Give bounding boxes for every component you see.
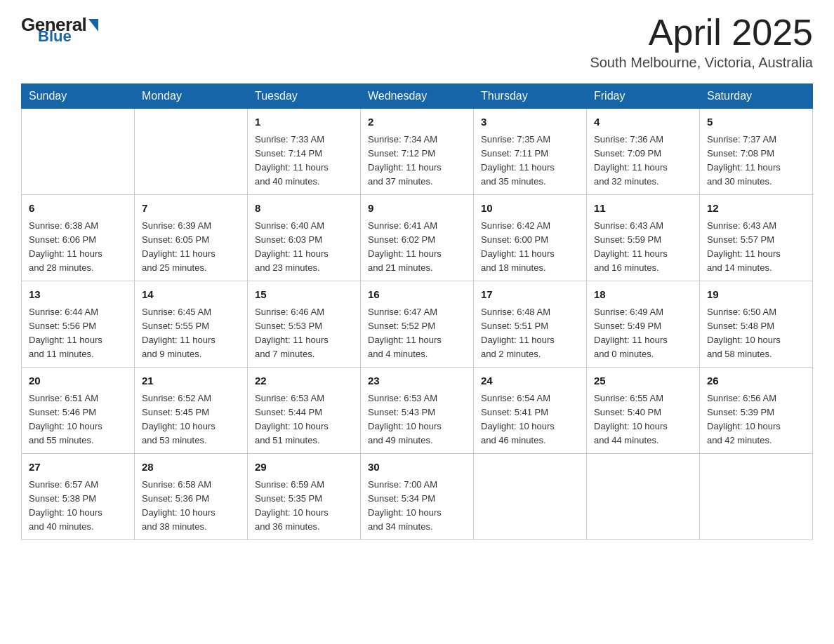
day-info: Sunrise: 6:52 AM Sunset: 5:45 PM Dayligh…: [142, 391, 240, 448]
day-number: 4: [594, 114, 692, 130]
day-number: 9: [368, 201, 466, 217]
calendar-cell: [700, 454, 813, 540]
calendar-header-row: SundayMondayTuesdayWednesdayThursdayFrid…: [22, 84, 813, 109]
day-number: 13: [29, 287, 127, 303]
day-info: Sunrise: 6:53 AM Sunset: 5:44 PM Dayligh…: [255, 391, 353, 448]
calendar-table: SundayMondayTuesdayWednesdayThursdayFrid…: [21, 83, 813, 540]
calendar-cell: 1Sunrise: 7:33 AM Sunset: 7:14 PM Daylig…: [248, 109, 361, 195]
calendar-header-tuesday: Tuesday: [248, 84, 361, 109]
calendar-cell: [474, 454, 587, 540]
day-info: Sunrise: 7:33 AM Sunset: 7:14 PM Dayligh…: [255, 133, 353, 189]
day-number: 16: [368, 287, 466, 303]
calendar-cell: 25Sunrise: 6:55 AM Sunset: 5:40 PM Dayli…: [587, 368, 700, 454]
day-info: Sunrise: 6:54 AM Sunset: 5:41 PM Dayligh…: [481, 391, 579, 448]
calendar-cell: 4Sunrise: 7:36 AM Sunset: 7:09 PM Daylig…: [587, 109, 700, 195]
calendar-cell: 3Sunrise: 7:35 AM Sunset: 7:11 PM Daylig…: [474, 109, 587, 195]
calendar-cell: 17Sunrise: 6:48 AM Sunset: 5:51 PM Dayli…: [474, 281, 587, 368]
calendar-cell: 23Sunrise: 6:53 AM Sunset: 5:43 PM Dayli…: [361, 368, 474, 454]
calendar-week-row: 13Sunrise: 6:44 AM Sunset: 5:56 PM Dayli…: [22, 281, 813, 368]
day-number: 18: [594, 287, 692, 303]
calendar-cell: 16Sunrise: 6:47 AM Sunset: 5:52 PM Dayli…: [361, 281, 474, 368]
day-number: 3: [481, 114, 579, 130]
calendar-cell: 6Sunrise: 6:38 AM Sunset: 6:06 PM Daylig…: [22, 195, 135, 281]
day-info: Sunrise: 6:57 AM Sunset: 5:38 PM Dayligh…: [29, 478, 127, 535]
day-number: 29: [255, 459, 353, 476]
calendar-cell: 24Sunrise: 6:54 AM Sunset: 5:41 PM Dayli…: [474, 368, 587, 454]
calendar-cell: 13Sunrise: 6:44 AM Sunset: 5:56 PM Dayli…: [22, 281, 135, 368]
location-text: South Melbourne, Victoria, Australia: [590, 55, 813, 71]
calendar-cell: 12Sunrise: 6:43 AM Sunset: 5:57 PM Dayli…: [700, 195, 813, 281]
day-info: Sunrise: 6:47 AM Sunset: 5:52 PM Dayligh…: [368, 305, 466, 362]
day-number: 5: [707, 114, 805, 130]
day-info: Sunrise: 6:58 AM Sunset: 5:36 PM Dayligh…: [142, 478, 240, 535]
calendar-header-friday: Friday: [587, 84, 700, 109]
calendar-cell: 7Sunrise: 6:39 AM Sunset: 6:05 PM Daylig…: [135, 195, 248, 281]
calendar-cell: 8Sunrise: 6:40 AM Sunset: 6:03 PM Daylig…: [248, 195, 361, 281]
calendar-cell: 9Sunrise: 6:41 AM Sunset: 6:02 PM Daylig…: [361, 195, 474, 281]
calendar-cell: 30Sunrise: 7:00 AM Sunset: 5:34 PM Dayli…: [361, 454, 474, 540]
calendar-cell: 5Sunrise: 7:37 AM Sunset: 7:08 PM Daylig…: [700, 109, 813, 195]
calendar-cell: 26Sunrise: 6:56 AM Sunset: 5:39 PM Dayli…: [700, 368, 813, 454]
calendar-cell: 28Sunrise: 6:58 AM Sunset: 5:36 PM Dayli…: [135, 454, 248, 540]
calendar-header-saturday: Saturday: [700, 84, 813, 109]
day-info: Sunrise: 6:43 AM Sunset: 5:57 PM Dayligh…: [707, 219, 805, 276]
day-number: 26: [707, 373, 805, 389]
day-info: Sunrise: 6:41 AM Sunset: 6:02 PM Dayligh…: [368, 219, 466, 276]
day-info: Sunrise: 7:34 AM Sunset: 7:12 PM Dayligh…: [368, 133, 466, 189]
day-info: Sunrise: 6:48 AM Sunset: 5:51 PM Dayligh…: [481, 305, 579, 362]
day-info: Sunrise: 6:44 AM Sunset: 5:56 PM Dayligh…: [29, 305, 127, 362]
calendar-cell: 18Sunrise: 6:49 AM Sunset: 5:49 PM Dayli…: [587, 281, 700, 368]
calendar-header-thursday: Thursday: [474, 84, 587, 109]
calendar-week-row: 1Sunrise: 7:33 AM Sunset: 7:14 PM Daylig…: [22, 109, 813, 195]
day-number: 11: [594, 201, 692, 217]
calendar-cell: 14Sunrise: 6:45 AM Sunset: 5:55 PM Dayli…: [135, 281, 248, 368]
day-info: Sunrise: 6:43 AM Sunset: 5:59 PM Dayligh…: [594, 219, 692, 276]
day-number: 20: [29, 373, 127, 389]
day-info: Sunrise: 6:49 AM Sunset: 5:49 PM Dayligh…: [594, 305, 692, 362]
calendar-header-monday: Monday: [135, 84, 248, 109]
page-header: General Blue April 2025 South Melbourne,…: [21, 14, 813, 71]
calendar-week-row: 27Sunrise: 6:57 AM Sunset: 5:38 PM Dayli…: [22, 454, 813, 540]
calendar-cell: 15Sunrise: 6:46 AM Sunset: 5:53 PM Dayli…: [248, 281, 361, 368]
day-info: Sunrise: 6:51 AM Sunset: 5:46 PM Dayligh…: [29, 391, 127, 448]
day-info: Sunrise: 7:36 AM Sunset: 7:09 PM Dayligh…: [594, 133, 692, 189]
day-info: Sunrise: 6:45 AM Sunset: 5:55 PM Dayligh…: [142, 305, 240, 362]
day-info: Sunrise: 6:42 AM Sunset: 6:00 PM Dayligh…: [481, 219, 579, 276]
day-number: 24: [481, 373, 579, 389]
logo-arrow-icon: [88, 19, 98, 32]
day-info: Sunrise: 6:46 AM Sunset: 5:53 PM Dayligh…: [255, 305, 353, 362]
logo: General Blue: [21, 14, 98, 46]
day-number: 12: [707, 201, 805, 217]
calendar-cell: 19Sunrise: 6:50 AM Sunset: 5:48 PM Dayli…: [700, 281, 813, 368]
day-number: 8: [255, 201, 353, 217]
calendar-cell: 22Sunrise: 6:53 AM Sunset: 5:44 PM Dayli…: [248, 368, 361, 454]
calendar-week-row: 6Sunrise: 6:38 AM Sunset: 6:06 PM Daylig…: [22, 195, 813, 281]
day-number: 14: [142, 287, 240, 303]
day-number: 19: [707, 287, 805, 303]
day-number: 2: [368, 114, 466, 130]
day-number: 7: [142, 201, 240, 217]
day-number: 6: [29, 201, 127, 217]
day-number: 1: [255, 114, 353, 130]
calendar-cell: 2Sunrise: 7:34 AM Sunset: 7:12 PM Daylig…: [361, 109, 474, 195]
day-info: Sunrise: 6:53 AM Sunset: 5:43 PM Dayligh…: [368, 391, 466, 448]
calendar-header-sunday: Sunday: [22, 84, 135, 109]
day-info: Sunrise: 6:38 AM Sunset: 6:06 PM Dayligh…: [29, 219, 127, 276]
day-info: Sunrise: 6:50 AM Sunset: 5:48 PM Dayligh…: [707, 305, 805, 362]
calendar-header-wednesday: Wednesday: [361, 84, 474, 109]
calendar-cell: 29Sunrise: 6:59 AM Sunset: 5:35 PM Dayli…: [248, 454, 361, 540]
day-number: 27: [29, 459, 127, 476]
calendar-cell: 21Sunrise: 6:52 AM Sunset: 5:45 PM Dayli…: [135, 368, 248, 454]
day-info: Sunrise: 7:00 AM Sunset: 5:34 PM Dayligh…: [368, 478, 466, 535]
day-number: 10: [481, 201, 579, 217]
month-title: April 2025: [590, 14, 813, 51]
calendar-cell: 11Sunrise: 6:43 AM Sunset: 5:59 PM Dayli…: [587, 195, 700, 281]
day-info: Sunrise: 7:37 AM Sunset: 7:08 PM Dayligh…: [707, 133, 805, 189]
day-info: Sunrise: 6:40 AM Sunset: 6:03 PM Dayligh…: [255, 219, 353, 276]
day-info: Sunrise: 7:35 AM Sunset: 7:11 PM Dayligh…: [481, 133, 579, 189]
day-info: Sunrise: 6:56 AM Sunset: 5:39 PM Dayligh…: [707, 391, 805, 448]
calendar-cell: 10Sunrise: 6:42 AM Sunset: 6:00 PM Dayli…: [474, 195, 587, 281]
day-number: 28: [142, 459, 240, 476]
calendar-cell: [22, 109, 135, 195]
day-info: Sunrise: 6:59 AM Sunset: 5:35 PM Dayligh…: [255, 478, 353, 535]
